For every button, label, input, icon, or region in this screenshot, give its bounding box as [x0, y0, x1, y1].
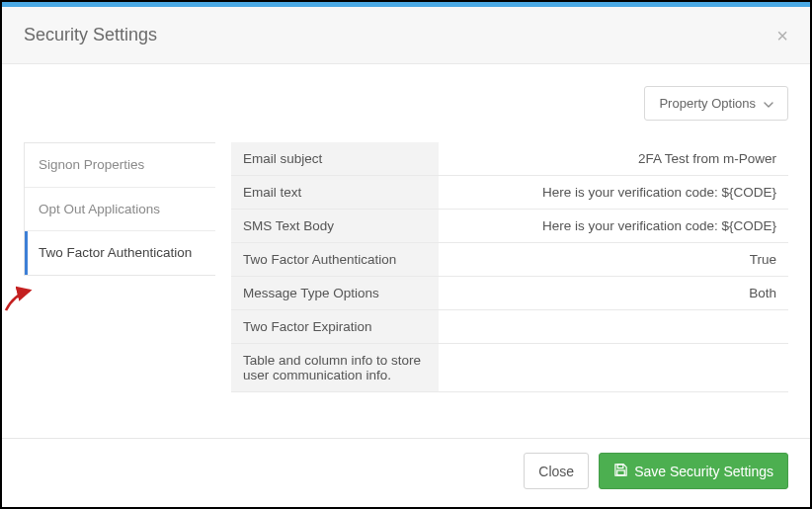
setting-value: True — [439, 243, 788, 277]
setting-key: Message Type Options — [231, 277, 439, 310]
table-row[interactable]: SMS Text Body Here is your verification … — [231, 210, 788, 243]
tab-label: Signon Properties — [39, 157, 144, 172]
save-button-label: Save Security Settings — [634, 465, 773, 478]
property-options-button[interactable]: Property Options — [644, 86, 788, 121]
tab-two-factor-authentication[interactable]: Two Factor Authentication — [25, 231, 215, 275]
setting-value: Here is your verification code: ${CODE} — [439, 176, 788, 210]
svg-rect-0 — [617, 465, 623, 468]
close-icon[interactable]: × — [776, 26, 788, 45]
table-row[interactable]: Two Factor Authentication True — [231, 243, 788, 277]
table-row[interactable]: Email text Here is your verification cod… — [231, 176, 788, 210]
property-options-row: Property Options — [24, 86, 788, 121]
save-security-settings-button[interactable]: Save Security Settings — [599, 453, 788, 489]
setting-value — [439, 310, 788, 344]
setting-value: Here is your verification code: ${CODE} — [439, 210, 788, 243]
modal-footer: Close Save Security Settings — [2, 438, 810, 507]
settings-table: Email subject 2FA Test from m-Power Emai… — [231, 142, 788, 392]
setting-value — [439, 344, 788, 392]
setting-key: SMS Text Body — [231, 210, 439, 243]
tab-list: Signon Properties Opt Out Applications T… — [24, 142, 215, 276]
table-row[interactable]: Message Type Options Both — [231, 277, 788, 310]
tab-label: Opt Out Applications — [39, 202, 160, 216]
setting-key: Email subject — [231, 142, 439, 176]
setting-value: 2FA Test from m-Power — [439, 142, 788, 176]
close-button[interactable]: Close — [524, 453, 589, 489]
svg-rect-1 — [617, 470, 625, 475]
table-row[interactable]: Table and column info to store user comm… — [231, 344, 788, 392]
table-row[interactable]: Two Factor Expiration — [231, 310, 788, 344]
modal-body: Property Options Signon Properties Opt O… — [2, 64, 810, 414]
setting-key: Table and column info to store user comm… — [231, 344, 439, 392]
tab-signon-properties[interactable]: Signon Properties — [25, 143, 215, 188]
setting-key: Two Factor Expiration — [231, 310, 439, 344]
modal-header: Security Settings × — [2, 7, 810, 64]
save-icon — [613, 463, 628, 479]
tab-opt-out-applications[interactable]: Opt Out Applications — [25, 188, 215, 232]
close-button-label: Close — [538, 465, 574, 478]
chevron-down-icon — [764, 96, 773, 111]
modal-title: Security Settings — [24, 25, 157, 45]
content-columns: Signon Properties Opt Out Applications T… — [24, 142, 788, 392]
setting-key: Two Factor Authentication — [231, 243, 439, 277]
setting-key: Email text — [231, 176, 439, 210]
table-row[interactable]: Email subject 2FA Test from m-Power — [231, 142, 788, 176]
tab-label: Two Factor Authentication — [39, 245, 192, 260]
property-options-label: Property Options — [659, 96, 756, 111]
setting-value: Both — [439, 277, 788, 310]
